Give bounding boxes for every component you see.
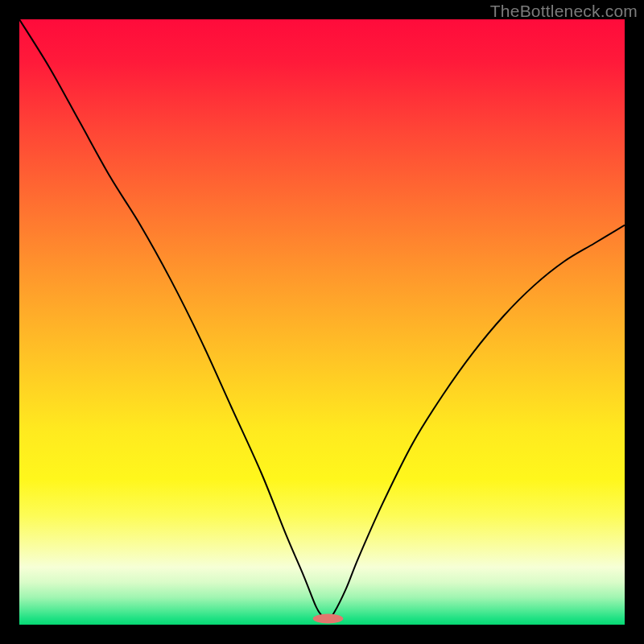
optimal-marker: [313, 613, 344, 623]
heatmap-background: [19, 19, 625, 625]
bottleneck-chart: [19, 19, 625, 625]
chart-frame: TheBottleneck.com: [0, 0, 644, 644]
plot-area: [19, 19, 625, 625]
watermark-text: TheBottleneck.com: [490, 2, 638, 21]
